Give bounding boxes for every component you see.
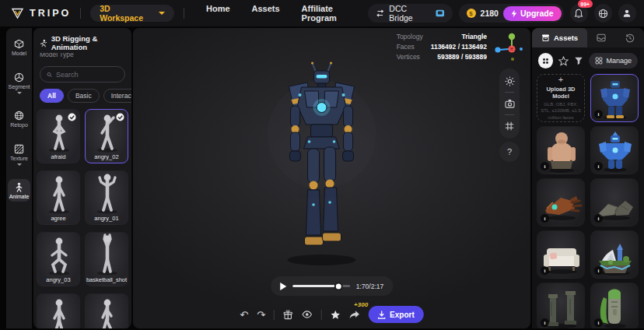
sidebar-item-animate[interactable]: Animate [8,179,30,202]
gift-button[interactable] [283,310,293,320]
star-icon [558,56,569,66]
animation-card[interactable] [85,293,128,328]
notifications-button[interactable]: 99+ [570,4,588,23]
screenshot-button[interactable] [503,97,516,110]
info-icon[interactable]: i [594,162,603,170]
help-button[interactable]: ? [499,142,520,162]
tab-inbox[interactable] [587,28,615,47]
preview-button[interactable] [302,310,313,319]
asset-card-moai[interactable]: i [590,283,639,328]
asset-card-sofa[interactable]: i [537,230,585,279]
grid-view-toggle[interactable] [538,53,553,68]
tab-assets[interactable]: Assets [532,28,587,47]
action-bar: ↶ ↷ [240,306,423,323]
info-icon[interactable]: i [594,110,603,118]
divider [505,114,514,115]
upgrade-button[interactable]: Upgrade [503,6,562,21]
animation-name: basketball_shot [86,276,128,283]
globe-icon [598,9,608,19]
filter-button[interactable] [574,56,583,65]
sidebar-item-retopo[interactable]: Retopo [8,107,30,130]
credits-upgrade-group: $ 2180 Upgrade [459,4,564,23]
upload-title: Upload 3D Model [539,86,583,100]
inbox-icon [597,33,606,42]
manage-button[interactable]: Manage [589,53,638,68]
frame-grid-icon [505,121,514,131]
tab-interactive[interactable]: Interactive [103,89,131,103]
sidebar-item-model[interactable]: Model [8,36,30,58]
timeline-slider[interactable] [292,285,350,287]
animation-card[interactable]: angry_02 [85,109,128,163]
question-mark-icon: ? [507,147,512,156]
favorites-filter-button[interactable] [558,56,569,66]
sidebar-item-texture[interactable]: Texture [8,141,30,168]
language-button[interactable] [594,4,612,23]
account-button[interactable] [618,4,636,23]
animation-card[interactable]: agree [37,170,80,225]
divider [505,92,514,93]
mannequin-crouch-icon [37,233,79,276]
panel-header: 3D Rigging & Animation [33,28,131,53]
play-button[interactable] [280,283,286,290]
redo-button[interactable]: ↷ [257,310,265,320]
tab-all[interactable]: All [40,89,64,103]
mannequin-shoot-icon [86,233,128,276]
tab-history[interactable] [616,28,644,47]
axis-gizmo[interactable] [492,31,524,64]
info-icon[interactable]: i [541,318,549,327]
export-button[interactable]: Export [369,306,424,323]
model-type-label: Model Type [40,53,125,58]
coin-icon: $ [467,9,476,18]
animation-card[interactable]: angry_03 [37,232,80,286]
info-icon[interactable]: i [594,318,603,327]
rigging-animation-panel: 3D Rigging & Animation Model Type AllBas… [33,28,131,328]
asset-card-ogre[interactable]: i [537,126,585,174]
undo-button[interactable]: ↶ [240,310,248,320]
brand-logo[interactable]: TRIPO [11,7,71,19]
main-nav: HomeAssetsAffiliate Program [206,4,368,23]
grid-view-button[interactable] [503,120,516,132]
info-icon[interactable]: i [594,266,603,275]
asset-card-island[interactable]: i [590,230,639,279]
info-icon[interactable]: i [594,214,603,223]
share-button[interactable]: +300 [349,310,360,320]
tab-assets-label: Assets [554,33,578,42]
upload-model-card[interactable]: + Upload 3D Model GLB, OBJ, FBX, STL, ≤1… [537,74,585,122]
asset-card-gauntlet[interactable]: i [537,178,585,226]
divider [274,310,275,320]
workspace-switcher[interactable]: 3D Workspace [90,5,174,22]
dcc-bridge-label: DCC Bridge [389,4,431,23]
nav-item-assets[interactable]: Assets [252,4,280,23]
search-input[interactable] [56,71,118,79]
model-stats: TopologyTriangleFaces1136492 / 1136492Ve… [397,33,487,61]
nav-item-affiliate-program[interactable]: Affiliate Program [302,4,368,23]
favorite-button[interactable] [331,310,341,320]
user-icon [622,9,632,18]
archive-box-icon [541,33,550,42]
dcc-bridge-button[interactable]: DCC Bridge [368,4,453,23]
search-box[interactable] [40,66,125,82]
tab-basic[interactable]: Basic [68,89,100,103]
asset-card-robot[interactable]: i [590,74,639,122]
brand-name: TRIPO [30,8,71,19]
environment-light-button[interactable] [503,75,516,87]
info-icon[interactable]: i [541,214,549,223]
manage-icon [595,57,603,65]
timeline-handle[interactable] [334,282,342,290]
info-icon[interactable]: i [541,162,549,170]
animation-card[interactable]: afraid [37,109,80,163]
animation-name: angry_03 [37,276,79,283]
history-clock-icon [625,33,635,43]
asset-card-rocks[interactable]: i [590,178,639,226]
mannequin-stand-icon [37,171,79,215]
asset-card-robot2[interactable]: i [590,126,639,174]
info-icon[interactable]: i [541,266,549,275]
animation-card[interactable] [37,293,80,328]
asset-card-pillars[interactable]: i [537,283,585,328]
viewport-canvas[interactable]: TopologyTriangleFaces1136492 / 1136492Ve… [133,28,530,328]
sidebar-item-segment[interactable]: Segment [8,69,30,97]
chevron-down-icon [159,12,165,15]
nav-item-home[interactable]: Home [206,4,230,23]
animation-card[interactable]: angry_01 [85,170,128,225]
animation-card[interactable]: basketball_shot [85,232,128,286]
